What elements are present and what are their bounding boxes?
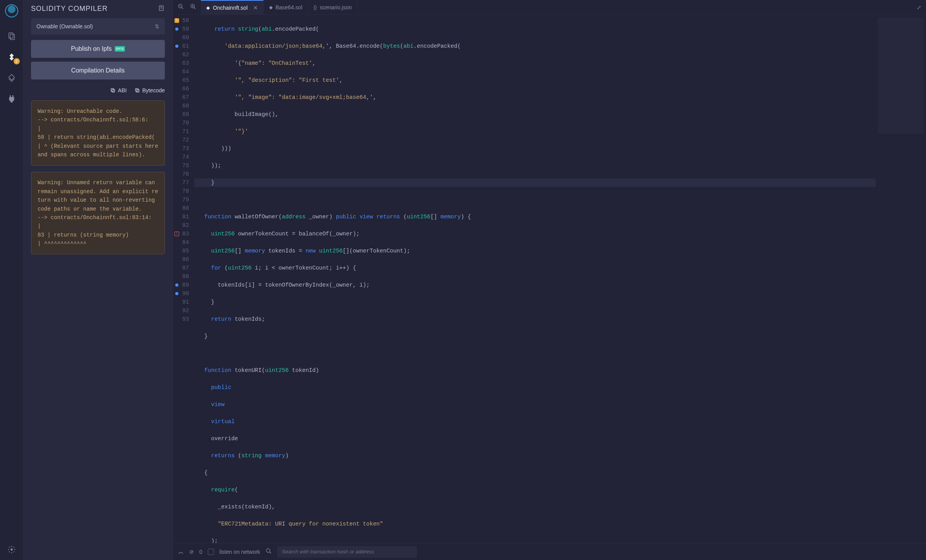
warning-message-1: Warning: Unreachable code. --> contracts… <box>31 100 165 166</box>
zoom-out-icon[interactable] <box>178 3 184 11</box>
compiler-badge: 2 <box>14 58 20 64</box>
settings-icon[interactable] <box>6 544 17 555</box>
file-explorer-icon[interactable] <box>6 30 17 42</box>
terminal-bar: ︽ ⊘ 0 listen on network <box>173 543 926 560</box>
svg-rect-11 <box>135 88 138 91</box>
warning-marker-icon[interactable]: ! <box>174 18 179 23</box>
fold-marker-icon[interactable] <box>175 45 178 48</box>
solidity-file-icon: ◆ <box>269 5 273 10</box>
code-editor[interactable]: !58 59 60 61 62 63 64 65 66 67 68 69 70 … <box>173 15 876 543</box>
svg-point-19 <box>266 549 270 552</box>
contract-select-label: Ownable (Ownable.sol) <box>36 23 93 29</box>
close-tab-icon[interactable]: ✕ <box>253 5 258 11</box>
tx-search-wrap <box>277 546 417 558</box>
tab-onchainnft[interactable]: ◆ Onchainnft.sol ✕ <box>201 0 264 14</box>
tab-base64[interactable]: ◆ Base64.sol <box>264 0 308 14</box>
warning-message-2: Warning: Unnamed return variable can rem… <box>31 172 165 254</box>
editor-tab-bar: ◆ Onchainnft.sol ✕ ◆ Base64.sol {} scena… <box>173 0 926 15</box>
compiler-panel: SOLIDITY COMPILER Ownable (Ownable.sol) … <box>23 0 173 560</box>
svg-line-16 <box>194 7 195 9</box>
line-gutter: !58 59 60 61 62 63 64 65 66 67 68 69 70 … <box>173 15 194 543</box>
copy-bytecode-button[interactable]: Bytecode <box>135 87 165 93</box>
code-content[interactable]: return string(abi.encodePacked( 'data:ap… <box>194 15 876 543</box>
solidity-file-icon: ◆ <box>206 5 210 10</box>
error-marker-icon[interactable]: ! <box>174 232 179 236</box>
compilation-details-button[interactable]: Compilation Details <box>31 62 165 80</box>
svg-point-1 <box>8 5 16 13</box>
zoom-in-icon[interactable] <box>190 3 196 11</box>
svg-rect-9 <box>111 88 114 91</box>
minimap[interactable] <box>876 15 926 543</box>
deploy-icon[interactable] <box>6 72 17 84</box>
expand-icon[interactable]: ⤢ <box>917 0 926 14</box>
compiler-icon[interactable]: 2 <box>6 51 17 63</box>
svg-rect-3 <box>10 34 14 40</box>
contract-select[interactable]: Ownable (Ownable.sol) ⇅ <box>31 18 165 35</box>
tx-search-input[interactable] <box>282 549 412 555</box>
svg-rect-2 <box>9 33 13 38</box>
svg-rect-8 <box>112 90 115 92</box>
copy-abi-button[interactable]: ABI <box>110 87 127 93</box>
chevron-up-icon[interactable]: ︽ <box>178 548 184 555</box>
fold-marker-icon[interactable] <box>175 292 178 295</box>
docs-icon[interactable] <box>158 5 165 13</box>
svg-rect-10 <box>136 90 139 92</box>
chevron-updown-icon: ⇅ <box>155 23 159 29</box>
editor-main: ◆ Onchainnft.sol ✕ ◆ Base64.sol {} scena… <box>173 0 926 560</box>
icon-sidebar: 2 <box>0 0 23 560</box>
svg-line-13 <box>181 7 183 9</box>
svg-line-20 <box>270 552 271 553</box>
publish-ipfs-button[interactable]: Publish on Ipfs IPFS <box>31 40 165 58</box>
svg-point-4 <box>10 548 13 551</box>
listen-label[interactable]: listen on network <box>219 549 260 555</box>
search-icon[interactable] <box>266 548 272 555</box>
plugin-icon[interactable] <box>6 93 17 105</box>
remix-logo-icon[interactable] <box>5 4 19 18</box>
json-file-icon: {} <box>314 5 317 10</box>
ipfs-badge-icon: IPFS <box>115 46 125 52</box>
pending-count: 0 <box>199 549 202 555</box>
tab-scenario[interactable]: {} scenario.json <box>308 0 358 14</box>
fold-marker-icon[interactable] <box>175 283 178 287</box>
panel-title: SOLIDITY COMPILER <box>31 5 108 13</box>
clear-icon[interactable]: ⊘ <box>189 549 194 555</box>
fold-marker-icon[interactable] <box>175 28 178 31</box>
listen-checkbox[interactable] <box>208 549 214 555</box>
